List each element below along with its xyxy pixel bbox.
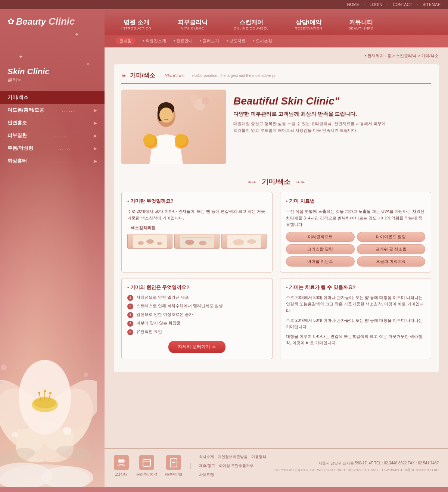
hero-image: [121, 90, 226, 164]
treat-btn-crystal[interactable]: 크리스탈 필링: [286, 244, 355, 254]
sidebar-item-disease[interactable]: 피부질환 ........ ▶: [0, 129, 105, 142]
skin-clinic-section: Skin Clinic 클리닉: [7, 67, 49, 83]
sitemap-link[interactable]: SITEMAP: [423, 2, 441, 7]
menu-dots-wrinkle: ........: [56, 146, 71, 150]
sidebar-item-wrinkle[interactable]: 주름/악성형 ........ ▶: [0, 142, 105, 155]
footer-link-sitemap[interactable]: 사이트맵: [199, 472, 214, 477]
footer-top: 1:1상담 온라/인/예약: [114, 454, 439, 477]
treatment-grid: 미라클리프트 다이아몬드 필링 크리스탈 필링 프레쉬 필 산소필 바이탈 이온…: [286, 232, 425, 267]
login-link[interactable]: LOGIN: [370, 2, 382, 7]
more-btn-row: 자세히 보러가기 ≫: [127, 341, 267, 353]
treat-btn-miracle[interactable]: 미라클리프트: [286, 232, 355, 242]
nav-en-3: ONLINE COUNSEL: [234, 27, 269, 30]
sidebar-item-gimi[interactable]: 기미/색소: [0, 91, 105, 104]
info-box-text-curable-3: 대칭을 이루며 나타나는 연갈색 또는흑갈색의 크고 작은 거뭇거뭇한 색소침착…: [286, 333, 425, 346]
more-button[interactable]: 자세히 보러가기 ≫: [168, 341, 225, 353]
nav-community[interactable]: 커뮤니티 BEAUTI INFO: [343, 15, 380, 35]
menu-arrow-wrinkle: ▶: [94, 146, 97, 150]
info-box-what: 기미란 무엇일까요? 주로 20대에서 50대 이마나 관자놀이, 또는 뺨 등…: [121, 192, 273, 273]
sidebar-item-burn[interactable]: 화상홍터 ........ ▶: [0, 155, 105, 167]
footer-counseling[interactable]: 1:1상담: [114, 455, 129, 477]
subnav-tour[interactable]: • 둘러보기: [200, 38, 219, 44]
svg-point-51: [121, 459, 125, 463]
num-1: 1: [127, 295, 133, 301]
subnav-greeting[interactable]: 인사말: [116, 37, 136, 44]
svg-point-20: [1, 364, 7, 370]
info-box-text-treatment: 우선 직접 햇볕에 노출되는 것을 피하고 노출될 때는 UVA를 차단하는 자…: [286, 208, 425, 228]
sidebar-item-redness[interactable]: 인면홍조 ........ ▶: [0, 116, 105, 129]
footer-copyright: COPYRIGHT (C) 2007, GETWEB IS ALL RIGHT …: [274, 468, 439, 472]
subnav-press[interactable]: • 보도자료: [227, 38, 246, 44]
diag-box-2: [174, 234, 220, 249]
page-subtitle: vitaCorporation., the largest and the mo…: [192, 74, 276, 78]
footer-label-skin-info: 피/부/정/보: [165, 472, 183, 477]
section-deco-left: ❧❧: [248, 179, 256, 185]
menu-arrow-redness: ▶: [94, 121, 97, 125]
nav-skincare[interactable]: 스킨케어 ONLINE COUNSEL: [228, 15, 274, 35]
info-box-text-what: 주로 20대에서 50대 이마나 관자놀이, 또는 뺨 등에 연갈색의 크고 작…: [127, 208, 267, 221]
menu-dots-disease: ........: [53, 134, 68, 138]
svg-point-14: [49, 392, 52, 394]
svg-rect-56: [170, 459, 177, 467]
skin-clinic-title: Skin Clinic: [7, 67, 49, 77]
footer-link-email[interactable]: 이메일 무단추출거부: [219, 463, 253, 468]
contact-link[interactable]: CONTACT: [393, 2, 412, 7]
page-title-en: SkinCare: [165, 73, 184, 78]
footer-skin-info[interactable]: 피/부/정/보: [165, 455, 183, 477]
menu-label-disease: 피부질환: [7, 132, 27, 139]
svg-point-49: [247, 239, 256, 244]
num-3: 3: [127, 312, 133, 318]
info-box-text-curable-2: 주로 20대에서 50대 이마나 관자놀이, 또는 뺨 등에 대칭을 이루며 나…: [286, 317, 425, 330]
nav-introduction[interactable]: 병원 소개 INTRODUCTION: [116, 15, 157, 35]
top-bar: HOME • LOGIN • CONTACT • SITEMAP: [0, 0, 448, 9]
svg-point-23: [63, 426, 72, 435]
diag-box-1: [127, 234, 172, 249]
skin-clinic-subtitle: 클리닉: [7, 77, 49, 83]
nav-kr-1: 병원 소개: [121, 19, 152, 27]
svg-point-41: [146, 239, 154, 244]
svg-point-45: [199, 241, 206, 245]
svg-point-26: [202, 97, 209, 105]
page-title-sep: |: [159, 72, 161, 79]
footer-link-privacy[interactable]: 개인정보취급방침: [218, 454, 248, 460]
treat-btn-ultrasound[interactable]: 초음파 미백치료: [357, 256, 426, 267]
cause-item-1: 1 자외선으로 인한 멜라닌 세포: [127, 295, 267, 301]
home-link[interactable]: HOME: [347, 2, 360, 7]
subnav-doctors[interactable]: • 의료진소개: [143, 38, 166, 44]
svg-point-21: [84, 373, 88, 377]
footer-reservation[interactable]: 온라/인/예약: [136, 455, 157, 477]
subnav-directions[interactable]: • 오시는길: [253, 38, 272, 44]
footer-address: 서울시 강남구 신사동 590-17, 4F TEL : 02.3446.862…: [274, 460, 439, 466]
footer-link-about[interactable]: 회사소개: [199, 454, 214, 460]
cause-item-2: 2 스트레스로 인해 뇌하수체에서 멜라닌세포 발생: [127, 303, 267, 309]
svg-point-42: [157, 242, 162, 245]
menu-label-acne: 여드름/홍터/모공: [7, 107, 44, 113]
treat-btn-diamond[interactable]: 다이아몬드 필링: [357, 232, 426, 242]
nav-reservation[interactable]: 상담/예약 RESERVATION: [289, 15, 328, 35]
treat-btn-fresh[interactable]: 프레쉬 필 산소필: [357, 244, 426, 254]
svg-point-48: [233, 239, 244, 245]
nav-kr-3: 스킨케어: [234, 19, 269, 27]
info-box-title-treatment: 기미 치료법: [286, 198, 425, 205]
sidebar-item-acne[interactable]: 여드름/홍터/모공 ........ ▶: [0, 104, 105, 116]
nav-kr-5: 커뮤니티: [349, 19, 374, 27]
hero-text: Beautiful Skin Clinic" 다양한 피부관리로 고객님께 최상…: [226, 90, 431, 164]
footer-link-terms[interactable]: 이용정책: [251, 454, 266, 460]
sub-nav: 인사말 • 의료진소개 • 진료안내 • 둘러보기 • 보도자료 • 오시는길: [105, 35, 448, 47]
nav-items: 병원 소개 INTRODUCTION 피부클리닉 VITA CLINIC 스킨케…: [116, 15, 379, 35]
svg-point-37: [143, 134, 155, 146]
treat-btn-vital[interactable]: 바이탈 이온트: [286, 256, 355, 267]
nav-vita-clinic[interactable]: 피부클리닉 VITA CLINIC: [172, 15, 213, 35]
footer-label-reservation: 온라/인/예약: [136, 472, 157, 477]
num-4: 4: [127, 321, 133, 327]
sep2: •: [387, 3, 388, 7]
menu-arrow-acne: ▶: [94, 108, 97, 112]
cause-text-2: 스트레스로 인해 뇌하수체에서 멜라닌세포 발생: [136, 303, 223, 309]
subnav-guide[interactable]: • 진료안내: [174, 38, 193, 44]
cause-item-3: 3 임신으로 인한 여성호르몬 증가: [127, 312, 267, 318]
num-5: 5: [127, 329, 133, 335]
footer-link-partnership[interactable]: 제휴/광고: [199, 463, 215, 468]
content-box: ❧ 기미/색소 | SkinCare vitaCorporation., the…: [114, 64, 439, 372]
menu-label-redness: 인면홍조: [7, 119, 27, 126]
cause-item-5: 5 유전적인 요인: [127, 329, 267, 335]
